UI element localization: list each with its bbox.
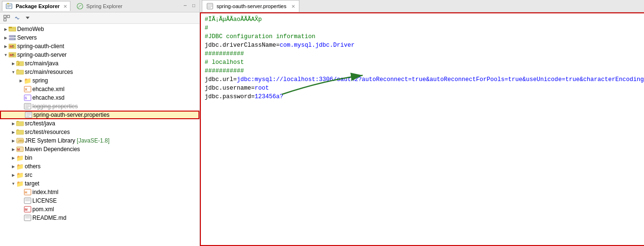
tree-item-spring-oauth-server[interactable]: M5 spring-oauth-server [0,51,199,59]
ehcache-xml-label: ehcache.xml [32,86,64,92]
tree-item-src-main-resources[interactable]: src/main/resources [0,68,199,76]
arrow-jre-system-library [10,138,16,144]
tree-item-servers[interactable]: Servers [0,33,199,42]
tree-item-src-test-resources[interactable]: src/test/resources [0,128,199,136]
folder-icon-bin: 📁 [16,154,24,162]
editor-line-5: ########### [205,50,644,58]
tree-item-src-test-java[interactable]: src/test/java [0,119,199,128]
svg-text:X: X [25,87,28,92]
src-folder-icon-java: J [16,60,24,67]
tree-item-spring-oauth-client[interactable]: M5 spring-oauth-client [0,42,199,51]
main-layout: Package Explorer ✕ Spring Explorer ─ □ [0,0,644,246]
editor-tab-label: spring-oauth-server.properties [217,3,287,9]
package-explorer-icon [5,2,13,10]
ehcache-xsd-label: ehcache.xsd [32,94,64,101]
index-html-label: index.html [32,189,59,195]
tree-item-readme-md[interactable]: README.md [0,214,199,222]
svg-text:S: S [25,96,27,100]
svg-text:JRE: JRE [18,139,24,143]
maven-project-icon-server: M5 [9,51,16,59]
arrow-spring [18,78,24,83]
package-explorer-label: Package Explorer [16,3,59,9]
editor-line-6: # localhost [205,58,644,67]
editor-line-9: jdbc.username=root [205,84,644,92]
tree-item-target[interactable]: 📁 target [0,179,199,188]
arrow-target [10,181,16,186]
tree-item-pom-xml[interactable]: M pom.xml [0,205,199,214]
xml-icon: X [24,85,31,93]
view-menu-button[interactable] [23,13,32,23]
arrow-src [10,172,16,178]
folder-icon-spring: 📁 [24,77,31,84]
maven-dependencies-label: Maven Dependencies [25,146,80,153]
demoweb-label: DemoWeb [17,26,44,32]
link-with-editor-button[interactable] [12,13,22,23]
tree-item-logging-properties[interactable]: logging.properties [0,102,199,111]
tree-item-others[interactable]: 📁 others [0,162,199,171]
tree-item-bin[interactable]: 📁 bin [0,154,199,162]
tree-item-license[interactable]: LICENSE [0,196,199,205]
svg-text:5: 5 [12,45,14,48]
readme-md-label: README.md [32,215,66,221]
editor-line-1: #ÏÃ¡ÃμÃÃaoÃÃÃAX̄p [205,15,644,24]
arrow-src-test-resources [10,129,16,135]
maximize-button[interactable]: □ [190,2,198,10]
tab-package-explorer[interactable]: Package Explorer ✕ [2,1,70,11]
properties-icon-logging [24,102,31,110]
svg-text:M: M [25,208,28,211]
tree-item-src-main-java[interactable]: J src/main/java [0,59,199,68]
tree-container: DemoWeb Servers M5 spring-oauth-client [0,24,199,246]
collapse-all-button[interactable] [2,13,11,23]
svg-rect-41 [16,130,24,134]
src-label: src [25,172,32,178]
bin-label: bin [25,154,32,161]
logging-properties-label: logging.properties [32,103,78,110]
tree-item-maven-dependencies[interactable]: M Maven Dependencies [0,145,199,154]
svg-text:J: J [18,62,20,65]
folder-icon-others: 📁 [16,163,24,170]
tree-item-ehcache-xsd[interactable]: S ehcache.xsd [0,93,199,102]
tree-item-spring[interactable]: 📁 spring [0,76,199,85]
editor-content[interactable]: #ÏÃ¡ÃμÃÃaoÃÃÃAX̄p # #JDBC configuration … [200,12,644,246]
close-icon[interactable]: ✕ [63,4,67,9]
tree-item-spring-oauth-server-properties[interactable]: spring-oauth-server.properties [0,111,199,119]
arrow-others [10,164,16,169]
folder-icon-src: 📁 [16,171,24,179]
folder-icon-target: 📁 [16,180,24,187]
svg-rect-8 [4,19,6,21]
arrow-spring-oauth-client [3,43,9,49]
editor-tab-close[interactable]: ✕ [291,4,295,9]
jre-label: JRE System Library [JavaSE-1.8] [25,137,109,144]
svg-text:H: H [25,191,27,194]
html-icon: H [24,188,31,196]
properties-icon-server [25,111,32,119]
svg-point-15 [14,36,15,37]
minimize-button[interactable]: ─ [181,2,189,10]
svg-point-5 [77,3,83,9]
tree-item-demoweb[interactable]: DemoWeb [0,25,199,33]
src-folder-icon-test-java [16,120,24,127]
tab-spring-explorer[interactable]: Spring Explorer [73,1,125,11]
license-label: LICENSE [32,197,57,204]
svg-rect-26 [16,70,24,74]
editor-line-7: ########### [205,67,644,75]
svg-rect-1 [7,3,9,4]
editor-tab-spring-oauth-server-properties[interactable]: spring-oauth-server.properties ✕ [202,0,299,12]
tree-item-ehcache-xml[interactable]: X ehcache.xml [0,85,199,93]
tree-item-jre-system-library[interactable]: JRE JRE System Library [JavaSE-1.8] [0,136,199,145]
panel-header: Package Explorer ✕ Spring Explorer ─ □ [0,0,199,12]
target-label: target [25,180,40,187]
svg-rect-12 [9,28,16,31]
toolbar [0,12,199,24]
tree-item-src[interactable]: 📁 src [0,171,199,179]
arrow-src-test-java [10,121,16,126]
spring-explorer-label: Spring Explorer [86,3,122,9]
editor-tab-bar: spring-oauth-server.properties ✕ [200,0,644,12]
panel-tabs: Package Explorer ✕ Spring Explorer [2,1,125,11]
svg-point-16 [14,39,15,40]
tree-item-index-html[interactable]: H index.html [0,188,199,196]
svg-marker-9 [26,17,30,19]
spring-icon [76,2,84,10]
file-icon-license [24,197,31,205]
svg-rect-7 [7,15,10,18]
